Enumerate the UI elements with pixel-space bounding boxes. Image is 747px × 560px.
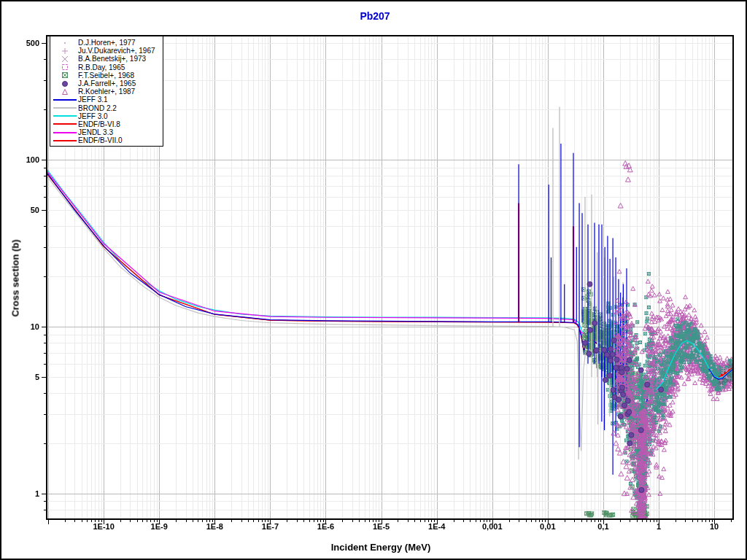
legend-item[interactable]: B.A.Benetskij+, 1973 [52, 55, 163, 63]
x-tick-label: 0,001 [469, 522, 516, 531]
x-tick-label: 1E-10 [80, 522, 127, 531]
legend-item-label: JEFF 3.1 [78, 96, 108, 104]
y-axis-title: Cross section (b) [10, 224, 21, 333]
legend-item[interactable]: BROND 2.2 [52, 104, 163, 112]
x-tick-label: 0,1 [580, 522, 627, 531]
legend-item[interactable]: F.T.Seibel+, 1968 [52, 71, 163, 79]
x-tick-label: 1E-5 [358, 522, 405, 531]
x-tick-label: 1E-9 [136, 522, 182, 531]
plus-icon [52, 47, 78, 55]
legend-item[interactable]: D.J.Horen+, 1977 [52, 39, 163, 47]
circle-icon [52, 80, 78, 88]
legend-item-label: D.J.Horen+, 1977 [78, 39, 136, 47]
x-tick-label: 1 [635, 522, 682, 531]
legend-item[interactable]: Ju.V.Dukarevich+, 1967 [52, 47, 163, 55]
legend: D.J.Horen+, 1977Ju.V.Dukarevich+, 1967B.… [50, 36, 163, 147]
chart-title: Pb207 [1, 10, 747, 22]
y-tick-label: 1 [7, 489, 39, 498]
legend-item[interactable]: JENDL 3.3 [52, 128, 163, 136]
line-icon [52, 129, 78, 136]
legend-item-label: ENDF/B-VI.8 [78, 120, 120, 128]
y-tick-label: 50 [7, 206, 39, 214]
square-icon [52, 63, 78, 71]
legend-item-label: BROND 2.2 [78, 104, 117, 112]
line-icon [52, 96, 78, 104]
x-axis-title: Incident Energy (MeV) [162, 542, 600, 553]
legend-item[interactable]: ENDF/B-VII.0 [52, 136, 163, 144]
line-icon [52, 137, 78, 144]
legend-item-label: JENDL 3.3 [78, 128, 113, 136]
legend-item-label: Ju.V.Dukarevich+, 1967 [78, 47, 155, 55]
x-icon [52, 55, 78, 63]
triangle-icon [52, 88, 78, 96]
legend-item[interactable]: JEFF 3.1 [52, 96, 163, 104]
x-tick-label: 1E-7 [247, 522, 293, 531]
x-tick-label: 1E-6 [302, 522, 349, 531]
x-tick-label: 0,01 [525, 522, 571, 531]
dot-icon [52, 39, 78, 47]
line-icon [52, 112, 78, 120]
square-cross-icon [52, 71, 78, 79]
legend-item[interactable]: JEFF 3.0 [52, 112, 163, 120]
line-icon [52, 120, 78, 128]
chart-page: Pb207 Incident Energy (MeV) Cross sectio… [0, 0, 747, 560]
legend-item[interactable]: R.Koehler+, 1987 [52, 88, 163, 96]
y-tick-label: 500 [7, 39, 39, 47]
y-tick-label: 100 [7, 155, 39, 164]
x-tick-label: 10 [691, 522, 738, 531]
legend-item-label: R.B.Day, 1965 [78, 63, 125, 71]
y-tick-label: 5 [7, 373, 39, 381]
legend-item-label: JEFF 3.0 [78, 112, 108, 120]
legend-item[interactable]: J.A.Farrell+, 1965 [52, 79, 163, 88]
legend-item[interactable]: ENDF/B-VI.8 [52, 120, 163, 128]
y-tick-label: 10 [7, 322, 39, 331]
legend-item-label: F.T.Seibel+, 1968 [78, 71, 134, 79]
legend-item-label: B.A.Benetskij+, 1973 [78, 55, 146, 63]
legend-item-label: J.A.Farrell+, 1965 [78, 79, 136, 88]
x-tick-label: 1E-4 [414, 522, 460, 531]
x-tick-label: 1E-8 [191, 522, 238, 531]
legend-item-label: R.Koehler+, 1987 [78, 88, 135, 96]
line-icon [52, 104, 78, 112]
legend-item[interactable]: R.B.Day, 1965 [52, 63, 163, 71]
legend-item-label: ENDF/B-VII.0 [78, 136, 123, 144]
